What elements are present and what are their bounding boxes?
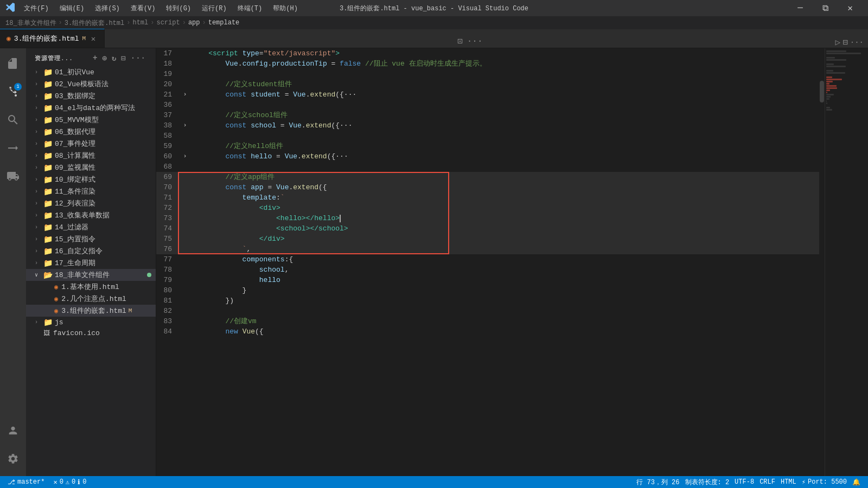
code-container[interactable]: 17 <script type="text/javascript">18 Vue… xyxy=(156,48,868,476)
fold-arrow[interactable] xyxy=(181,182,189,192)
line-content[interactable]: <div> xyxy=(189,203,825,213)
menu-edit[interactable]: 编辑(E) xyxy=(55,3,89,14)
sidebar-item-08[interactable]: ›📁08_计算属性 xyxy=(26,150,156,162)
activity-source-control[interactable]: 1 xyxy=(0,79,26,105)
fold-arrow[interactable] xyxy=(181,79,189,89)
line-content[interactable] xyxy=(189,131,825,141)
run-code-icon[interactable]: ▷ xyxy=(835,37,841,48)
refresh-icon[interactable]: ↻ xyxy=(111,53,118,64)
sidebar-item-03[interactable]: ›📁03_数据绑定 xyxy=(26,90,156,102)
sidebar-item-07[interactable]: ›📁07_事件处理 xyxy=(26,138,156,150)
fold-arrow[interactable] xyxy=(181,244,189,254)
line-content[interactable]: //创建vm xyxy=(189,316,825,326)
sidebar-file-2[interactable]: ◉2.几个注意点.html xyxy=(26,293,156,305)
git-branch-status[interactable]: ⎇ master* xyxy=(5,478,47,486)
fold-arrow[interactable] xyxy=(181,306,189,316)
line-content[interactable]: Vue.config.productionTip = false //阻止 vu… xyxy=(189,59,825,69)
activity-explorer[interactable] xyxy=(0,50,26,76)
language-mode[interactable]: HTML xyxy=(778,478,799,486)
menu-file[interactable]: 文件(F) xyxy=(20,3,53,14)
breadcrumb-item-3[interactable]: script xyxy=(156,19,180,27)
sidebar-item-18[interactable]: ∨📂18_非单文件组件 xyxy=(26,269,156,281)
line-content[interactable]: </div> xyxy=(189,234,825,244)
sidebar-item-10[interactable]: ›📁10_绑定样式 xyxy=(26,174,156,185)
breadcrumb-item-2[interactable]: html xyxy=(132,19,148,27)
line-content[interactable]: new Vue({ xyxy=(189,326,825,337)
sidebar-file-1[interactable]: ◉1.基本使用.html xyxy=(26,281,156,293)
fold-arrow[interactable] xyxy=(181,48,189,59)
more-tab-actions-icon[interactable]: ··· xyxy=(465,35,485,47)
code-scroll-area[interactable]: 17 <script type="text/javascript">18 Vue… xyxy=(156,48,825,476)
breadcrumb-item-4[interactable]: app xyxy=(188,19,200,27)
fold-arrow[interactable] xyxy=(181,69,189,79)
split-right-icon[interactable]: ⊟ xyxy=(843,37,848,48)
fold-arrow[interactable] xyxy=(181,213,189,223)
sidebar-item-09[interactable]: ›📁09_监视属性 xyxy=(26,162,156,174)
fold-arrow[interactable] xyxy=(181,131,189,141)
activity-extensions[interactable] xyxy=(0,163,26,189)
fold-arrow[interactable] xyxy=(181,265,189,275)
sidebar-item-17[interactable]: ›📁17_生命周期 xyxy=(26,257,156,269)
line-content[interactable]: hello xyxy=(189,275,825,285)
line-content[interactable]: //定义school组件 xyxy=(189,110,825,120)
fold-arrow[interactable] xyxy=(181,223,189,234)
fold-arrow[interactable] xyxy=(181,59,189,69)
breadcrumb-item-1[interactable]: 3.组件的嵌套.html xyxy=(65,18,124,28)
more-icon[interactable]: ··· xyxy=(130,53,147,64)
fold-arrow[interactable] xyxy=(181,162,189,172)
line-content[interactable]: const student = Vue.extend({··· xyxy=(189,89,825,100)
line-content[interactable]: <script type="text/javascript"> xyxy=(189,48,825,59)
line-content[interactable]: const hello = Vue.extend({··· xyxy=(189,151,825,162)
menu-goto[interactable]: 转到(G) xyxy=(162,3,195,14)
breadcrumb-item-0[interactable]: 18_非单文件组件 xyxy=(5,18,56,28)
fold-arrow[interactable] xyxy=(181,141,189,151)
fold-arrow[interactable]: › xyxy=(181,151,189,162)
tab-main-file[interactable]: ◉ 3.组件的嵌套.html M ✕ xyxy=(0,29,105,48)
menu-bar[interactable]: 文件(F) 编辑(E) 选择(S) 查看(V) 转到(G) 运行(R) 终端(T… xyxy=(20,3,302,14)
line-content[interactable]: }) xyxy=(189,296,825,306)
fold-arrow[interactable] xyxy=(181,100,189,110)
line-content[interactable]: school, xyxy=(189,265,825,275)
fold-arrow[interactable]: › xyxy=(181,89,189,100)
editor-more-icon[interactable]: ··· xyxy=(850,38,864,47)
scrollbar-thumb[interactable] xyxy=(820,81,824,102)
activity-settings[interactable] xyxy=(0,446,26,472)
menu-terminal[interactable]: 终端(T) xyxy=(233,3,267,14)
breadcrumb-item-5[interactable]: template xyxy=(208,19,240,27)
collapse-icon[interactable]: ⊟ xyxy=(120,53,127,64)
notifications-icon[interactable]: 🔔 xyxy=(850,478,863,486)
fold-arrow[interactable] xyxy=(181,296,189,306)
line-content[interactable]: components:{ xyxy=(189,254,825,265)
line-content[interactable]: template:` xyxy=(189,192,825,203)
sidebar-item-12[interactable]: ›📁12_列表渲染 xyxy=(26,197,156,209)
fold-arrow[interactable]: › xyxy=(181,120,189,131)
vertical-scrollbar[interactable] xyxy=(819,48,825,476)
maximize-button[interactable]: ⧉ xyxy=(813,0,838,16)
fold-arrow[interactable] xyxy=(181,254,189,265)
line-content[interactable]: <hello></hello> xyxy=(189,213,825,223)
live-server-status[interactable]: ⚡ Port: 5500 xyxy=(800,478,849,486)
menu-run[interactable]: 运行(R) xyxy=(197,3,231,14)
line-content[interactable] xyxy=(189,306,825,316)
fold-arrow[interactable] xyxy=(181,110,189,120)
line-content[interactable]: const school = Vue.extend({··· xyxy=(189,120,825,131)
activity-run[interactable] xyxy=(0,135,26,161)
sidebar-item-11[interactable]: ›📁11_条件渲染 xyxy=(26,185,156,197)
fold-arrow[interactable] xyxy=(181,234,189,244)
fold-arrow[interactable] xyxy=(181,203,189,213)
tab-size[interactable]: 制表符长度: 2 xyxy=(683,478,732,487)
fold-arrow[interactable] xyxy=(181,192,189,203)
activity-account[interactable] xyxy=(0,418,26,444)
sidebar-item-01[interactable]: ›📁01_初识Vue xyxy=(26,66,156,78)
sidebar-item-js[interactable]: ›📁js xyxy=(26,317,156,328)
line-content[interactable]: `, xyxy=(189,244,825,254)
close-button[interactable]: ✕ xyxy=(838,0,863,16)
sidebar-item-02[interactable]: ›📁02_Vue模板语法 xyxy=(26,78,156,90)
encoding[interactable]: UTF-8 xyxy=(732,478,756,486)
line-content[interactable]: <school></school> xyxy=(189,223,825,234)
sidebar-item-13[interactable]: ›📁13_收集表单数据 xyxy=(26,209,156,221)
menu-help[interactable]: 帮助(H) xyxy=(269,3,302,14)
line-ending[interactable]: CRLF xyxy=(757,478,777,486)
minimize-button[interactable]: ─ xyxy=(788,0,813,16)
fold-arrow[interactable] xyxy=(181,326,189,337)
